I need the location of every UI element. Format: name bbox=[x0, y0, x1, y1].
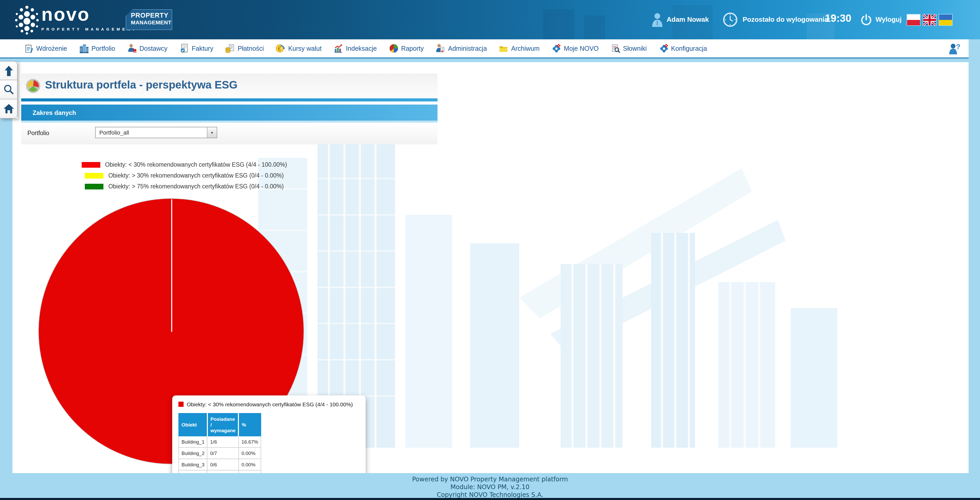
property-management-badge: PROPERTY MANAGEMENT bbox=[126, 9, 172, 30]
session-countdown-time: 19:30 bbox=[825, 13, 851, 24]
title-underline bbox=[21, 98, 438, 101]
tooltip-col-posiadane: Posiadane / wymagane bbox=[207, 413, 239, 436]
nav-item-raporty[interactable]: Raporty bbox=[389, 43, 424, 53]
table-row: Building_2 0/7 0.00% bbox=[179, 447, 261, 459]
nav-item-dostawcy[interactable]: Dostawcy bbox=[127, 43, 167, 53]
user-icon bbox=[651, 13, 663, 27]
chevron-down-icon: ▼ bbox=[207, 127, 217, 138]
gear-icon bbox=[659, 43, 668, 53]
index-chart-icon bbox=[334, 43, 344, 53]
header-skyline-decoration bbox=[584, 16, 605, 39]
logo-tagline: PROPERTY MANAGEMENT bbox=[41, 27, 137, 32]
currency-exchange-icon: € bbox=[276, 43, 285, 53]
invoice-document-icon bbox=[180, 43, 189, 53]
header-right-cluster: Adam Nowak Pozostało do wylogowania: 19:… bbox=[649, 0, 980, 39]
page-title: Struktura portfela - perspektywa ESG bbox=[45, 79, 238, 91]
legend-swatch-yellow bbox=[85, 173, 104, 178]
pie-tooltip: Obiekty: < 30% rekomendowanych certyfika… bbox=[172, 395, 366, 473]
header-skyline-decoration bbox=[543, 9, 574, 39]
power-icon[interactable] bbox=[860, 13, 872, 26]
svg-text:?: ? bbox=[956, 43, 960, 51]
implementation-clipboard-icon bbox=[24, 43, 33, 53]
nav-item-kursy-walut[interactable]: € Kursy walut bbox=[276, 43, 321, 53]
session-countdown-label: Pozostało do wylogowania: bbox=[743, 16, 830, 23]
nav-item-faktury[interactable]: Faktury bbox=[180, 43, 213, 53]
app-header: novo PROPERTY MANAGEMENT PROPERTY MANAGE… bbox=[0, 0, 980, 39]
application-window: novo PROPERTY MANAGEMENT PROPERTY MANAGE… bbox=[0, 0, 980, 500]
payments-coins-icon bbox=[225, 43, 235, 53]
help-icon[interactable]: ? bbox=[948, 42, 961, 55]
nav-item-indeksacje[interactable]: Indeksacje bbox=[334, 43, 377, 53]
tooltip-title: Obiekty: < 30% rekomendowanych certyfika… bbox=[187, 401, 353, 407]
tooltip-col-obiekt: Obiekt bbox=[179, 413, 207, 436]
legend-swatch-green bbox=[85, 184, 104, 189]
filter-form: Portfolio Portfolio_all ▼ bbox=[21, 123, 438, 144]
main-navigation: Wdrożenie Portfolio Dostawcy Faktury bbox=[0, 39, 969, 59]
footer-powered-by: Powered by NOVO Property Management plat… bbox=[0, 476, 980, 484]
home-button[interactable] bbox=[0, 99, 18, 118]
nav-item-archiwum[interactable]: Archiwum bbox=[499, 43, 539, 53]
pie-slice-divider bbox=[171, 199, 172, 332]
nav-item-moje-novo[interactable]: Moje NOVO bbox=[552, 43, 599, 53]
chart-legend: Obiekty: < 30% rekomendowanych certyfika… bbox=[25, 161, 344, 194]
ukrainian-flag-icon[interactable] bbox=[939, 14, 953, 26]
tooltip-col-percent: % bbox=[239, 413, 261, 436]
legend-swatch-red bbox=[82, 162, 100, 168]
reports-pie-icon bbox=[389, 43, 398, 53]
home-icon bbox=[3, 104, 14, 114]
user-name[interactable]: Adam Nowak bbox=[667, 16, 709, 23]
esg-pie-icon bbox=[25, 78, 41, 94]
app-footer: Powered by NOVO Property Management plat… bbox=[0, 473, 980, 498]
nav-item-platnosci[interactable]: Płatności bbox=[225, 43, 264, 53]
buildings-icon bbox=[79, 43, 89, 53]
nav-item-portfolio[interactable]: Portfolio bbox=[79, 43, 115, 53]
footer-module-version: Module: NOVO PM, v.2.10 bbox=[0, 484, 980, 491]
portfolio-selected-value: Portfolio_all bbox=[95, 127, 207, 138]
section-header-zakres-danych: Zakres danych bbox=[21, 105, 438, 121]
scroll-top-button[interactable] bbox=[0, 61, 18, 80]
search-icon bbox=[3, 84, 14, 95]
bottom-edge-bar bbox=[0, 498, 980, 500]
table-row: Building_3 0/6 0.00% bbox=[179, 459, 261, 470]
novo-logo[interactable]: novo PROPERTY MANAGEMENT bbox=[41, 4, 137, 32]
tooltip-table: Obiekt Posiadane / wymagane % Building_1… bbox=[178, 413, 261, 473]
arrow-up-icon bbox=[3, 65, 14, 76]
content-panel: Struktura portfela - perspektywa ESG Zak… bbox=[13, 62, 969, 473]
sidebar-tools bbox=[0, 61, 18, 118]
supplier-person-cart-icon bbox=[127, 43, 137, 53]
portfolio-label: Portfolio bbox=[27, 130, 49, 136]
legend-item-red: Obiekty: < 30% rekomendowanych certyfika… bbox=[82, 161, 287, 168]
logo-wordmark: novo bbox=[41, 4, 137, 25]
portfolio-select[interactable]: Portfolio_all ▼ bbox=[95, 127, 217, 138]
english-flag-icon[interactable] bbox=[923, 14, 937, 26]
polish-flag-icon[interactable] bbox=[907, 14, 921, 26]
dictionary-search-icon bbox=[611, 43, 620, 53]
nav-item-administracja[interactable]: Administracja bbox=[436, 43, 487, 53]
tooltip-swatch-red bbox=[178, 402, 184, 407]
nav-item-konfiguracja[interactable]: Konfiguracja bbox=[659, 43, 707, 53]
administration-person-icon bbox=[436, 43, 445, 53]
legend-item-green: Obiekty: > 75% rekomendowanych certyfika… bbox=[85, 183, 284, 189]
nav-item-slowniki[interactable]: Słowniki bbox=[611, 43, 647, 53]
section-divider bbox=[21, 121, 438, 123]
page-title-panel: Struktura portfela - perspektywa ESG bbox=[21, 73, 438, 98]
search-button[interactable] bbox=[0, 80, 18, 99]
table-row: Building_4 0/4 0.00% bbox=[179, 470, 261, 473]
svg-text:€: € bbox=[278, 45, 281, 52]
table-row: Building_1 1/6 16.67% bbox=[179, 436, 261, 447]
logout-button[interactable]: Wyloguj bbox=[875, 16, 902, 23]
gear-icon bbox=[552, 43, 562, 53]
clock-icon bbox=[722, 12, 738, 27]
archive-folder-icon bbox=[499, 43, 509, 53]
novo-globe-logo-icon bbox=[14, 4, 39, 35]
nav-item-wdrozenie[interactable]: Wdrożenie bbox=[24, 43, 67, 53]
legend-item-yellow: Obiekty: > 30% rekomendowanych certyfika… bbox=[85, 173, 284, 179]
